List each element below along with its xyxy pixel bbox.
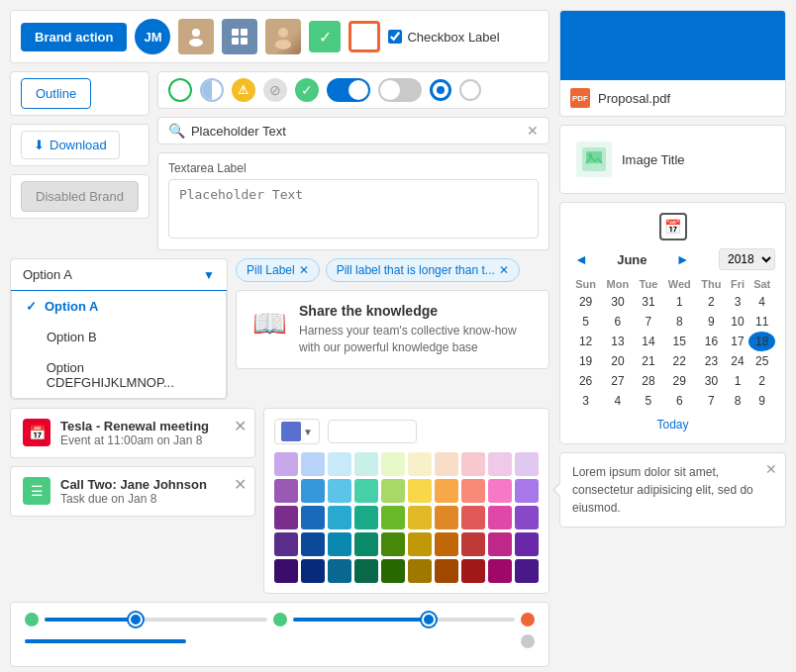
cal-year-select[interactable]: 2018 bbox=[719, 248, 775, 270]
cal-day-cell[interactable]: 15 bbox=[662, 332, 696, 351]
cal-day-cell[interactable]: 10 bbox=[727, 312, 749, 332]
cal-day-cell[interactable]: 20 bbox=[601, 351, 634, 371]
radio-selected[interactable] bbox=[430, 79, 451, 101]
pill-2-close-icon[interactable]: ✕ bbox=[499, 263, 509, 277]
slider-thumb-1[interactable] bbox=[129, 613, 143, 626]
cal-day-cell[interactable]: 8 bbox=[662, 312, 696, 332]
textarea-input[interactable] bbox=[168, 179, 539, 239]
radio-unselected[interactable] bbox=[459, 79, 481, 101]
cal-day-cell[interactable]: 3 bbox=[570, 391, 601, 411]
cal-day-cell[interactable]: 17 bbox=[727, 332, 749, 351]
color-cell[interactable] bbox=[461, 532, 485, 556]
cal-day-cell[interactable]: 9 bbox=[696, 312, 726, 332]
color-cell[interactable] bbox=[408, 532, 432, 556]
tooltip-close[interactable]: ✕ bbox=[765, 459, 777, 480]
color-cell[interactable] bbox=[435, 559, 458, 583]
color-cell[interactable] bbox=[381, 532, 405, 556]
color-cell[interactable] bbox=[408, 452, 432, 476]
color-cell[interactable] bbox=[274, 559, 298, 583]
cal-day-cell[interactable]: 4 bbox=[601, 391, 634, 411]
search-input[interactable] bbox=[191, 124, 521, 139]
color-cell[interactable] bbox=[381, 479, 405, 503]
color-cell[interactable] bbox=[328, 532, 351, 556]
brand-action-button[interactable]: Brand action bbox=[21, 23, 127, 51]
cal-day-cell[interactable]: 1 bbox=[727, 371, 749, 391]
color-cell[interactable] bbox=[461, 506, 485, 529]
cal-day-cell[interactable]: 23 bbox=[696, 351, 726, 371]
cal-day-cell[interactable]: 13 bbox=[601, 332, 634, 351]
cal-day-cell[interactable]: 21 bbox=[635, 351, 663, 371]
dropdown-option-a[interactable]: ✓ Option A bbox=[12, 291, 226, 322]
color-cell[interactable] bbox=[488, 559, 512, 583]
dropdown-select[interactable]: Option A ▼ bbox=[11, 259, 227, 291]
color-cell[interactable] bbox=[515, 452, 539, 476]
color-cell[interactable] bbox=[488, 506, 512, 529]
cal-day-cell[interactable]: 25 bbox=[748, 351, 775, 371]
cal-day-cell[interactable]: 16 bbox=[696, 332, 726, 351]
toggle-off[interactable] bbox=[378, 78, 422, 102]
download-button[interactable]: ⬇ Download bbox=[21, 131, 120, 159]
dropdown-option-b[interactable]: Option B bbox=[12, 322, 226, 352]
cal-day-cell[interactable]: 2 bbox=[696, 292, 726, 312]
cal-day-cell[interactable]: 7 bbox=[635, 312, 663, 332]
search-clear-icon[interactable]: ✕ bbox=[527, 123, 539, 139]
color-cell[interactable] bbox=[328, 479, 351, 503]
color-cell[interactable] bbox=[301, 532, 325, 556]
color-cell[interactable] bbox=[461, 479, 485, 503]
color-cell[interactable] bbox=[381, 559, 405, 583]
cal-day-cell[interactable]: 2 bbox=[748, 371, 775, 391]
cal-day-cell[interactable]: 26 bbox=[570, 371, 601, 391]
color-cell[interactable] bbox=[301, 506, 325, 529]
cal-day-cell[interactable]: 24 bbox=[727, 351, 749, 371]
cal-day-cell[interactable]: 11 bbox=[748, 312, 775, 332]
cal-day-cell[interactable]: 6 bbox=[662, 391, 696, 411]
color-swatch-dropdown[interactable]: ▼ bbox=[274, 419, 320, 444]
cal-day-cell[interactable]: 9 bbox=[748, 391, 775, 411]
color-cell[interactable] bbox=[515, 479, 539, 503]
color-cell[interactable] bbox=[354, 506, 378, 529]
cal-day-cell[interactable]: 3 bbox=[727, 292, 749, 312]
color-cell[interactable] bbox=[435, 479, 458, 503]
color-cell[interactable] bbox=[408, 479, 432, 503]
cal-day-cell[interactable]: 30 bbox=[696, 371, 726, 391]
cal-day-cell[interactable]: 31 bbox=[635, 292, 663, 312]
cal-day-cell[interactable]: 4 bbox=[748, 292, 775, 312]
slider-thumb-2[interactable] bbox=[422, 613, 436, 626]
dropdown[interactable]: Option A ▼ ✓ Option A Option B bbox=[10, 258, 228, 400]
pill-1-close-icon[interactable]: ✕ bbox=[299, 263, 309, 277]
color-cell[interactable] bbox=[515, 532, 539, 556]
color-cell[interactable] bbox=[354, 559, 378, 583]
cal-prev-button[interactable]: ◄ bbox=[570, 251, 592, 267]
cal-day-cell[interactable]: 19 bbox=[570, 351, 601, 371]
color-cell[interactable] bbox=[274, 532, 298, 556]
outline-button[interactable]: Outline bbox=[21, 78, 91, 109]
dropdown-option-c[interactable]: Option CDEFGHIJKLMNOP... bbox=[12, 352, 226, 398]
cal-day-cell[interactable]: 12 bbox=[570, 332, 601, 351]
color-cell[interactable] bbox=[301, 559, 325, 583]
cal-day-cell[interactable]: 1 bbox=[662, 292, 696, 312]
cal-day-cell[interactable]: 22 bbox=[662, 351, 696, 371]
event-close-2[interactable]: ✕ bbox=[234, 475, 247, 494]
slider-track-1[interactable] bbox=[45, 618, 267, 622]
color-hex-input[interactable]: #6669C9 bbox=[328, 420, 417, 443]
color-cell[interactable] bbox=[488, 452, 512, 476]
color-cell[interactable] bbox=[461, 559, 485, 583]
cal-day-cell[interactable]: 27 bbox=[601, 371, 634, 391]
cal-next-button[interactable]: ► bbox=[672, 251, 694, 267]
color-cell[interactable] bbox=[408, 559, 432, 583]
slider-track-2[interactable] bbox=[293, 618, 516, 622]
color-cell[interactable] bbox=[328, 452, 351, 476]
color-cell[interactable] bbox=[408, 506, 432, 529]
color-cell[interactable] bbox=[515, 559, 539, 583]
color-cell[interactable] bbox=[301, 452, 325, 476]
color-cell[interactable] bbox=[354, 532, 378, 556]
cal-day-cell[interactable]: 28 bbox=[635, 371, 663, 391]
color-cell[interactable] bbox=[435, 452, 458, 476]
cal-day-cell[interactable]: 29 bbox=[662, 371, 696, 391]
cal-day-cell[interactable]: 6 bbox=[601, 312, 634, 332]
cal-day-cell[interactable]: 14 bbox=[635, 332, 663, 351]
color-cell[interactable] bbox=[435, 532, 458, 556]
checkbox-wrap[interactable]: Checkbox Label bbox=[388, 30, 499, 45]
pill-1[interactable]: Pill Label ✕ bbox=[236, 258, 320, 282]
event-close-1[interactable]: ✕ bbox=[234, 417, 247, 435]
